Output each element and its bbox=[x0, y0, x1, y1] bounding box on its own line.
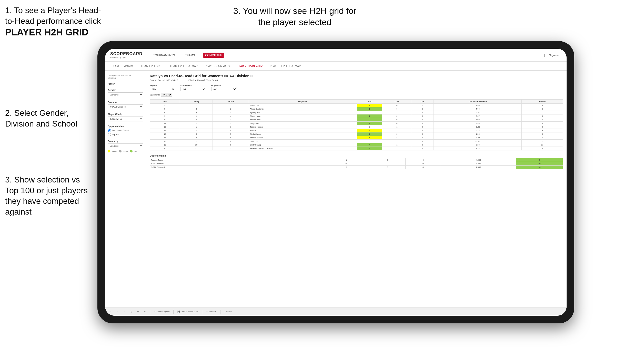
nav-teams[interactable]: TEAMS bbox=[183, 53, 197, 58]
overall-record-value: 353 - 34 - 6 bbox=[166, 79, 178, 82]
cell-conf: 5 bbox=[213, 122, 249, 125]
cell-opponent: Alexis Sudjianto bbox=[249, 107, 357, 111]
app-container: SCOREBOARD Powered by clippd TOURNAMENTS… bbox=[105, 49, 567, 316]
view-original-label: View: Original bbox=[157, 311, 169, 313]
conference-select[interactable]: (All) bbox=[180, 87, 206, 91]
table-row: 13 1 1 Jessica Huang 0 1 0 -3.00 2 bbox=[150, 125, 563, 129]
cell-conf: 3 bbox=[213, 111, 249, 114]
undo-btn[interactable]: ↩ bbox=[108, 310, 113, 313]
cell-diff: 0.30 bbox=[434, 143, 522, 147]
logo-area: SCOREBOARD Powered by clippd bbox=[110, 52, 143, 59]
cell-diff: 1.33 bbox=[434, 147, 522, 150]
cell-loss: 1 bbox=[382, 111, 412, 114]
sub-nav-team-summary[interactable]: TEAM SUMMARY bbox=[110, 64, 135, 68]
ood-cell-rounds: 30 bbox=[516, 162, 563, 166]
radio-opponents-played-input[interactable] bbox=[108, 129, 111, 132]
conference-filter-label: Conference bbox=[180, 84, 206, 86]
radio-opponents-played[interactable]: Opponents Played bbox=[108, 129, 143, 132]
cell-reg: 2 bbox=[180, 122, 213, 125]
radio-top100[interactable]: Top 100 bbox=[108, 133, 143, 136]
watch-btn[interactable]: 👁 Watch ▾ bbox=[205, 310, 218, 313]
cell-loss: 2 bbox=[382, 136, 412, 140]
cell-win: 1 bbox=[357, 136, 382, 140]
table-row: 18 2 2 Euna Lee 0 1 0 -5.00 2 bbox=[150, 140, 563, 143]
sub-nav-team-heatmap[interactable]: TEAM H2H HEATMAP bbox=[169, 64, 199, 68]
division-select[interactable]: NCAA Division III NCAA Division I NCAA D… bbox=[108, 104, 143, 109]
sub-nav-player-h2h[interactable]: PLAYER H2H GRID bbox=[237, 64, 264, 68]
division-record: Division Record: 331 - 34 - 6 bbox=[188, 79, 218, 82]
nav-tournaments[interactable]: TOURNAMENTS bbox=[151, 53, 177, 58]
sign-out-btn[interactable]: Sign out bbox=[547, 53, 561, 58]
instruction-text-mid: 2. Select Gender, Division and School bbox=[5, 108, 77, 128]
copy-btn[interactable]: ⎘ bbox=[129, 310, 133, 313]
cell-tie: 0 bbox=[412, 107, 434, 111]
radio-top100-input[interactable] bbox=[108, 133, 111, 136]
region-select[interactable]: (All) bbox=[150, 87, 175, 91]
cell-reg: 1 bbox=[180, 125, 213, 129]
cell-reg: 3 bbox=[180, 111, 213, 114]
division-section: Division NCAA Division III NCAA Division… bbox=[108, 101, 143, 109]
ood-table-row: Foreign Team 1 0 0 4.500 2 bbox=[150, 158, 563, 162]
refresh-btn[interactable]: ↺ bbox=[136, 310, 140, 313]
forward-btn[interactable]: → bbox=[122, 310, 127, 313]
sub-nav-player-heatmap[interactable]: PLAYER H2H HEATMAP bbox=[269, 64, 302, 68]
colour-by-label: Colour by bbox=[108, 140, 143, 142]
cell-opponent: Federica Domecq Lacroze bbox=[249, 147, 357, 150]
instruction-top-right: 3. You will now see H2H grid for the pla… bbox=[231, 5, 359, 28]
gender-select[interactable]: Women's Men's bbox=[108, 92, 143, 97]
opponent-filter-group: Opponent (All) bbox=[211, 84, 237, 91]
cell-conf: 6 bbox=[213, 136, 249, 140]
clock-btn[interactable]: ⏱ bbox=[143, 310, 147, 313]
cell-div: 19 bbox=[150, 143, 180, 147]
cell-diff: 4.00 bbox=[434, 107, 522, 111]
opponent-select[interactable]: (All) bbox=[211, 87, 237, 91]
cell-tie: 0 bbox=[412, 122, 434, 125]
watch-chevron: ▾ bbox=[215, 311, 216, 313]
cell-conf: 1 bbox=[213, 125, 249, 129]
conference-filter-group: Conference (All) bbox=[180, 84, 206, 91]
ood-table-row: NCAA Division 2 5 0 0 7.400 10 bbox=[150, 166, 563, 169]
player-section: Player bbox=[108, 83, 143, 85]
sub-nav-player-summary[interactable]: PLAYER SUMMARY bbox=[204, 64, 231, 68]
cell-diff: -3.00 bbox=[434, 125, 522, 129]
view-original-btn[interactable]: 👁 View: Original bbox=[153, 310, 171, 313]
cell-win: 2 bbox=[357, 147, 382, 150]
cell-rounds: 4 bbox=[522, 118, 563, 122]
opponent-view-section: Opponent view Opponents Played Top 100 bbox=[108, 125, 143, 136]
instruction-bold: PLAYER H2H GRID bbox=[5, 27, 88, 37]
instruction-mid-left: 2. Select Gender, Division and School bbox=[5, 108, 92, 129]
bottom-toolbar: ↩ ← → ⎘ ↺ ⏱ 👁 View: Original 💾 Save Cust… bbox=[105, 307, 567, 316]
nav-committee[interactable]: COMMITTEE bbox=[203, 53, 224, 58]
records-row: Overall Record: 353 - 34 - 6 Division Re… bbox=[150, 79, 563, 82]
player-rank-select[interactable]: 8. Katelyn Vo bbox=[108, 117, 143, 121]
divider-2 bbox=[173, 310, 174, 314]
save-custom-btn[interactable]: 💾 Save Custom View bbox=[176, 310, 199, 313]
instruction-bottom-left: 3. Show selection vs Top 100 or just pla… bbox=[5, 175, 92, 217]
separator: | bbox=[544, 54, 545, 57]
cell-rounds: 2 bbox=[522, 140, 563, 143]
th-diff: Diff Av Strokes/Rnd bbox=[434, 100, 522, 104]
share-icon: ⤴ bbox=[224, 311, 225, 313]
top-nav: SCOREBOARD Powered by clippd TOURNAMENTS… bbox=[105, 49, 567, 62]
sub-nav-team-h2h[interactable]: TEAM H2H GRID bbox=[140, 64, 164, 68]
ood-cell-rounds: 2 bbox=[516, 158, 563, 162]
cell-div: 5 bbox=[150, 107, 180, 111]
table-header-row: # Div # Reg # Conf Opponent Win Loss Tie… bbox=[150, 100, 563, 104]
colour-by-select[interactable]: Win/Loss bbox=[108, 143, 143, 148]
cell-loss: 1 bbox=[382, 140, 412, 143]
share-btn[interactable]: ⤴ Share bbox=[223, 310, 233, 313]
cell-rounds: 4 bbox=[522, 132, 563, 136]
opponents-row: Opponents: (All) bbox=[150, 93, 563, 97]
th-win: Win bbox=[357, 100, 382, 104]
cell-conf: 7 bbox=[213, 147, 249, 150]
cell-rounds bbox=[522, 111, 563, 114]
cell-reg: 3 bbox=[180, 136, 213, 140]
back-btn[interactable]: ← bbox=[115, 310, 120, 313]
save-custom-label: Save Custom View bbox=[181, 311, 198, 313]
cell-div: 11 bbox=[150, 122, 180, 125]
opponents-filter-select[interactable]: (All) bbox=[161, 93, 172, 97]
last-updated-label: Last Updated: 27/03/2024 bbox=[108, 74, 131, 76]
watch-label: Watch bbox=[209, 311, 215, 313]
cell-diff: 1.50 bbox=[434, 104, 522, 107]
cell-rounds: 7 bbox=[522, 136, 563, 140]
